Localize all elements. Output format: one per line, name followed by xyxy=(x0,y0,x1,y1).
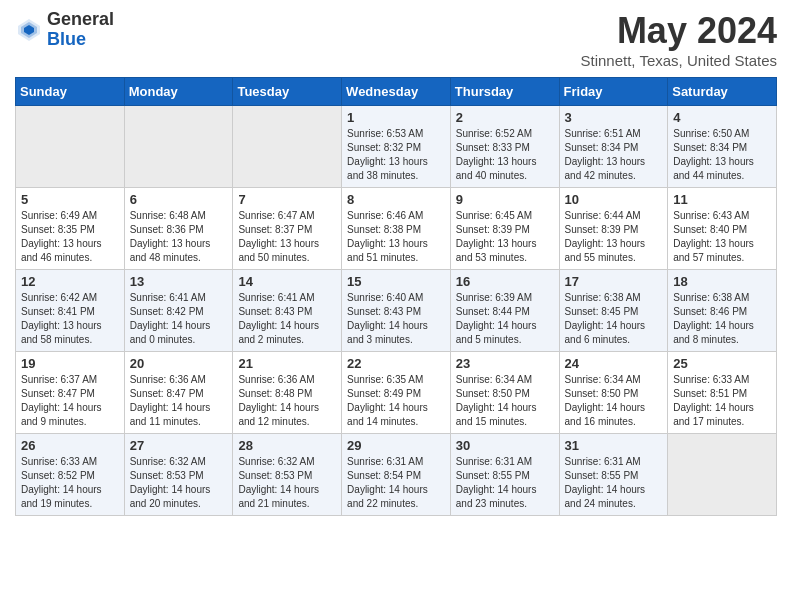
table-row: 14Sunrise: 6:41 AM Sunset: 8:43 PM Dayli… xyxy=(233,270,342,352)
col-sunday: Sunday xyxy=(16,78,125,106)
title-month: May 2024 xyxy=(580,10,777,52)
calendar-header-row: Sunday Monday Tuesday Wednesday Thursday… xyxy=(16,78,777,106)
col-saturday: Saturday xyxy=(668,78,777,106)
calendar-week-2: 5Sunrise: 6:49 AM Sunset: 8:35 PM Daylig… xyxy=(16,188,777,270)
page: General Blue May 2024 Stinnett, Texas, U… xyxy=(0,0,792,526)
table-row: 19Sunrise: 6:37 AM Sunset: 8:47 PM Dayli… xyxy=(16,352,125,434)
day-info: Sunrise: 6:49 AM Sunset: 8:35 PM Dayligh… xyxy=(21,209,119,265)
table-row xyxy=(124,106,233,188)
table-row: 18Sunrise: 6:38 AM Sunset: 8:46 PM Dayli… xyxy=(668,270,777,352)
day-number: 13 xyxy=(130,274,228,289)
table-row: 5Sunrise: 6:49 AM Sunset: 8:35 PM Daylig… xyxy=(16,188,125,270)
col-wednesday: Wednesday xyxy=(342,78,451,106)
day-info: Sunrise: 6:32 AM Sunset: 8:53 PM Dayligh… xyxy=(238,455,336,511)
col-tuesday: Tuesday xyxy=(233,78,342,106)
day-number: 4 xyxy=(673,110,771,125)
day-info: Sunrise: 6:31 AM Sunset: 8:55 PM Dayligh… xyxy=(565,455,663,511)
day-number: 21 xyxy=(238,356,336,371)
day-info: Sunrise: 6:51 AM Sunset: 8:34 PM Dayligh… xyxy=(565,127,663,183)
table-row: 28Sunrise: 6:32 AM Sunset: 8:53 PM Dayli… xyxy=(233,434,342,516)
day-number: 5 xyxy=(21,192,119,207)
day-number: 16 xyxy=(456,274,554,289)
day-info: Sunrise: 6:46 AM Sunset: 8:38 PM Dayligh… xyxy=(347,209,445,265)
day-number: 12 xyxy=(21,274,119,289)
day-number: 15 xyxy=(347,274,445,289)
day-number: 26 xyxy=(21,438,119,453)
col-thursday: Thursday xyxy=(450,78,559,106)
day-number: 7 xyxy=(238,192,336,207)
table-row: 17Sunrise: 6:38 AM Sunset: 8:45 PM Dayli… xyxy=(559,270,668,352)
day-info: Sunrise: 6:35 AM Sunset: 8:49 PM Dayligh… xyxy=(347,373,445,429)
title-block: May 2024 Stinnett, Texas, United States xyxy=(580,10,777,69)
day-number: 30 xyxy=(456,438,554,453)
day-number: 19 xyxy=(21,356,119,371)
day-number: 9 xyxy=(456,192,554,207)
table-row: 30Sunrise: 6:31 AM Sunset: 8:55 PM Dayli… xyxy=(450,434,559,516)
day-number: 28 xyxy=(238,438,336,453)
day-info: Sunrise: 6:38 AM Sunset: 8:46 PM Dayligh… xyxy=(673,291,771,347)
table-row: 9Sunrise: 6:45 AM Sunset: 8:39 PM Daylig… xyxy=(450,188,559,270)
table-row: 29Sunrise: 6:31 AM Sunset: 8:54 PM Dayli… xyxy=(342,434,451,516)
col-friday: Friday xyxy=(559,78,668,106)
calendar-week-5: 26Sunrise: 6:33 AM Sunset: 8:52 PM Dayli… xyxy=(16,434,777,516)
day-number: 23 xyxy=(456,356,554,371)
day-number: 29 xyxy=(347,438,445,453)
day-info: Sunrise: 6:52 AM Sunset: 8:33 PM Dayligh… xyxy=(456,127,554,183)
logo-blue: Blue xyxy=(47,29,86,49)
calendar-week-1: 1Sunrise: 6:53 AM Sunset: 8:32 PM Daylig… xyxy=(16,106,777,188)
table-row: 15Sunrise: 6:40 AM Sunset: 8:43 PM Dayli… xyxy=(342,270,451,352)
day-info: Sunrise: 6:50 AM Sunset: 8:34 PM Dayligh… xyxy=(673,127,771,183)
table-row: 3Sunrise: 6:51 AM Sunset: 8:34 PM Daylig… xyxy=(559,106,668,188)
table-row: 22Sunrise: 6:35 AM Sunset: 8:49 PM Dayli… xyxy=(342,352,451,434)
header: General Blue May 2024 Stinnett, Texas, U… xyxy=(15,10,777,69)
title-location: Stinnett, Texas, United States xyxy=(580,52,777,69)
day-number: 31 xyxy=(565,438,663,453)
table-row: 31Sunrise: 6:31 AM Sunset: 8:55 PM Dayli… xyxy=(559,434,668,516)
table-row: 23Sunrise: 6:34 AM Sunset: 8:50 PM Dayli… xyxy=(450,352,559,434)
calendar-week-4: 19Sunrise: 6:37 AM Sunset: 8:47 PM Dayli… xyxy=(16,352,777,434)
table-row: 11Sunrise: 6:43 AM Sunset: 8:40 PM Dayli… xyxy=(668,188,777,270)
day-info: Sunrise: 6:38 AM Sunset: 8:45 PM Dayligh… xyxy=(565,291,663,347)
table-row: 13Sunrise: 6:41 AM Sunset: 8:42 PM Dayli… xyxy=(124,270,233,352)
day-info: Sunrise: 6:36 AM Sunset: 8:48 PM Dayligh… xyxy=(238,373,336,429)
day-number: 1 xyxy=(347,110,445,125)
day-number: 25 xyxy=(673,356,771,371)
table-row xyxy=(668,434,777,516)
day-number: 24 xyxy=(565,356,663,371)
calendar-table: Sunday Monday Tuesday Wednesday Thursday… xyxy=(15,77,777,516)
day-info: Sunrise: 6:43 AM Sunset: 8:40 PM Dayligh… xyxy=(673,209,771,265)
day-info: Sunrise: 6:53 AM Sunset: 8:32 PM Dayligh… xyxy=(347,127,445,183)
table-row: 20Sunrise: 6:36 AM Sunset: 8:47 PM Dayli… xyxy=(124,352,233,434)
day-info: Sunrise: 6:47 AM Sunset: 8:37 PM Dayligh… xyxy=(238,209,336,265)
day-info: Sunrise: 6:41 AM Sunset: 8:42 PM Dayligh… xyxy=(130,291,228,347)
day-info: Sunrise: 6:42 AM Sunset: 8:41 PM Dayligh… xyxy=(21,291,119,347)
calendar-week-3: 12Sunrise: 6:42 AM Sunset: 8:41 PM Dayli… xyxy=(16,270,777,352)
table-row xyxy=(16,106,125,188)
day-number: 27 xyxy=(130,438,228,453)
day-info: Sunrise: 6:36 AM Sunset: 8:47 PM Dayligh… xyxy=(130,373,228,429)
table-row: 6Sunrise: 6:48 AM Sunset: 8:36 PM Daylig… xyxy=(124,188,233,270)
day-number: 3 xyxy=(565,110,663,125)
table-row: 1Sunrise: 6:53 AM Sunset: 8:32 PM Daylig… xyxy=(342,106,451,188)
day-info: Sunrise: 6:48 AM Sunset: 8:36 PM Dayligh… xyxy=(130,209,228,265)
table-row: 8Sunrise: 6:46 AM Sunset: 8:38 PM Daylig… xyxy=(342,188,451,270)
day-info: Sunrise: 6:31 AM Sunset: 8:55 PM Dayligh… xyxy=(456,455,554,511)
day-info: Sunrise: 6:37 AM Sunset: 8:47 PM Dayligh… xyxy=(21,373,119,429)
day-number: 20 xyxy=(130,356,228,371)
table-row xyxy=(233,106,342,188)
day-info: Sunrise: 6:41 AM Sunset: 8:43 PM Dayligh… xyxy=(238,291,336,347)
logo: General Blue xyxy=(15,10,114,50)
day-number: 2 xyxy=(456,110,554,125)
logo-general: General xyxy=(47,9,114,29)
table-row: 4Sunrise: 6:50 AM Sunset: 8:34 PM Daylig… xyxy=(668,106,777,188)
day-info: Sunrise: 6:34 AM Sunset: 8:50 PM Dayligh… xyxy=(456,373,554,429)
table-row: 7Sunrise: 6:47 AM Sunset: 8:37 PM Daylig… xyxy=(233,188,342,270)
day-number: 14 xyxy=(238,274,336,289)
day-number: 22 xyxy=(347,356,445,371)
day-info: Sunrise: 6:44 AM Sunset: 8:39 PM Dayligh… xyxy=(565,209,663,265)
day-info: Sunrise: 6:33 AM Sunset: 8:52 PM Dayligh… xyxy=(21,455,119,511)
day-info: Sunrise: 6:34 AM Sunset: 8:50 PM Dayligh… xyxy=(565,373,663,429)
table-row: 24Sunrise: 6:34 AM Sunset: 8:50 PM Dayli… xyxy=(559,352,668,434)
day-info: Sunrise: 6:32 AM Sunset: 8:53 PM Dayligh… xyxy=(130,455,228,511)
day-number: 18 xyxy=(673,274,771,289)
